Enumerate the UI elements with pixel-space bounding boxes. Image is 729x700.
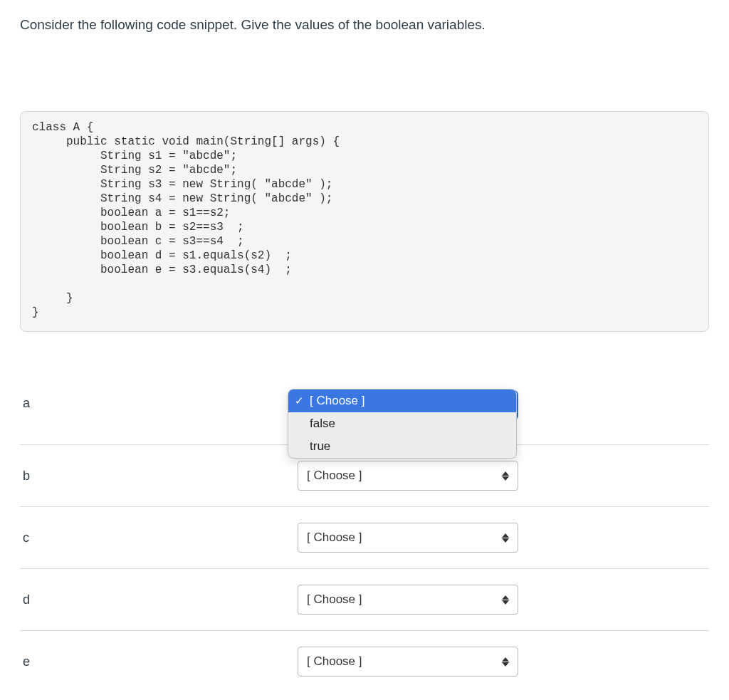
select-wrap-e: [ Choose ] (298, 647, 518, 677)
answer-label-a: a (20, 389, 298, 411)
answer-row-d: d [ Choose ] (20, 569, 709, 631)
select-wrap-b: [ Choose ] (298, 461, 518, 491)
answer-label-e: e (20, 654, 298, 669)
select-d[interactable]: [ Choose ] (298, 585, 518, 615)
answer-label-c: c (20, 531, 298, 545)
question-text: Consider the following code snippet. Giv… (20, 17, 709, 33)
select-value-c: [ Choose ] (307, 531, 362, 545)
select-wrap-d: [ Choose ] (298, 585, 518, 615)
answer-label-d: d (20, 592, 298, 607)
answer-label-b: b (20, 469, 298, 484)
select-wrap-a: [ Choose ] [ Choose ] false true (298, 390, 518, 420)
sort-icon (502, 471, 509, 481)
select-wrap-c: [ Choose ] (298, 523, 518, 553)
answer-row-c: c [ Choose ] (20, 507, 709, 569)
dropdown-option-choose[interactable]: [ Choose ] (288, 390, 516, 412)
answer-row-a: a [ Choose ] [ Choose ] false true (20, 373, 709, 445)
dropdown-option-false[interactable]: false (288, 412, 516, 435)
sort-icon (502, 595, 509, 605)
dropdown-option-true[interactable]: true (288, 435, 516, 458)
dropdown-a: [ Choose ] false true (288, 389, 517, 459)
select-value-e: [ Choose ] (307, 654, 362, 669)
answer-row-e: e [ Choose ] (20, 631, 709, 692)
sort-icon (502, 657, 509, 667)
select-e[interactable]: [ Choose ] (298, 647, 518, 677)
select-value-d: [ Choose ] (307, 592, 362, 607)
select-value-b: [ Choose ] (307, 469, 362, 483)
code-snippet: class A { public static void main(String… (20, 111, 709, 332)
sort-icon (502, 533, 509, 543)
select-c[interactable]: [ Choose ] (298, 523, 518, 553)
select-b[interactable]: [ Choose ] (298, 461, 518, 491)
